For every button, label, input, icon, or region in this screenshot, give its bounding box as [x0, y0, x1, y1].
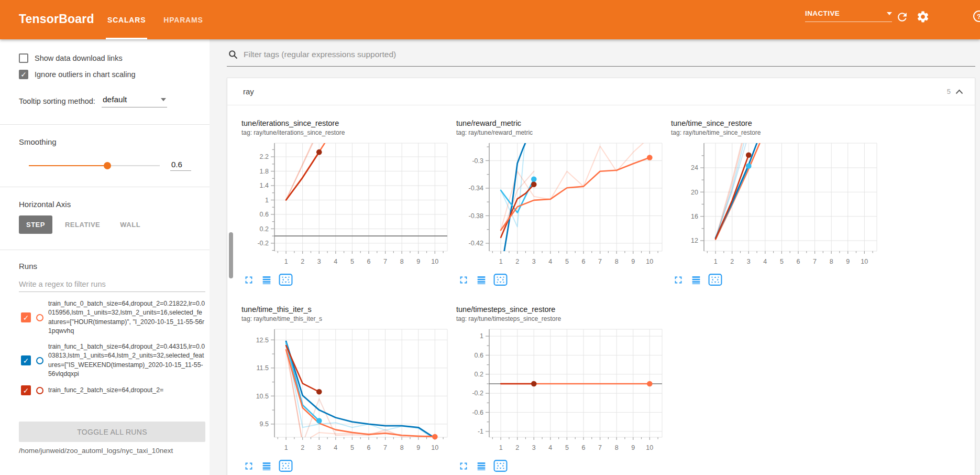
- fullscreen-icon[interactable]: [243, 460, 255, 472]
- run-list-item[interactable]: ✓train_func_2_batch_size=64,dropout_2=: [19, 385, 210, 395]
- fullscreen-icon[interactable]: [243, 274, 255, 286]
- axis-button-step[interactable]: STEP: [19, 215, 52, 234]
- slider-fill: [29, 165, 107, 166]
- chart-card: tune/time_this_iter_stag: ray/tune/time_…: [240, 305, 449, 472]
- svg-text:9: 9: [416, 444, 420, 451]
- gear-icon[interactable]: [916, 10, 930, 24]
- toggle-all-runs-button[interactable]: TOGGLE ALL RUNS: [19, 422, 205, 442]
- chart-title: tune/time_since_restore: [671, 119, 879, 127]
- chart-plot[interactable]: 10.60.2-0.2-0.6-112345678910: [455, 326, 664, 458]
- tab-hparams[interactable]: HPARAMS: [155, 0, 212, 39]
- chart-tag: tag: ray/tune/reward_metric: [456, 129, 664, 136]
- horizontal-bars-icon[interactable]: [476, 460, 487, 472]
- run-radio[interactable]: [36, 357, 43, 364]
- fullscreen-icon[interactable]: [673, 274, 684, 286]
- run-checkbox[interactable]: ✓: [21, 312, 31, 322]
- svg-text:-1: -1: [478, 428, 483, 435]
- chart-plot[interactable]: 12.511.510.59.512345678910: [240, 326, 449, 458]
- help-icon[interactable]: ?: [973, 10, 980, 22]
- refresh-icon[interactable]: [896, 10, 909, 24]
- status-label: INACTIVE: [805, 9, 840, 17]
- chart-plot[interactable]: -0.3-0.34-0.38-0.4212345678910: [455, 140, 664, 272]
- chart-toolbar: [673, 273, 879, 286]
- svg-text:4: 4: [763, 258, 767, 265]
- svg-text:7: 7: [598, 258, 602, 265]
- log-directory-path: /home/junweid/zoo_automl_logs/nyc_taxi_1…: [19, 446, 179, 456]
- checkbox-ignore-outliers[interactable]: ✓ Ignore outliers in chart scaling: [19, 70, 210, 79]
- svg-text:-0.2: -0.2: [257, 240, 269, 247]
- run-list-item[interactable]: ✓train_func_0_batch_size=64,dropout_2=0.…: [19, 299, 210, 336]
- caret-down-icon: [887, 12, 892, 15]
- tag-group-title: ray: [243, 87, 254, 96]
- runs-filter-input[interactable]: [19, 278, 205, 292]
- horizontal-axis-label: Horizontal Axis: [19, 200, 210, 209]
- chart-plot[interactable]: 2420161212345678910: [669, 140, 879, 272]
- chart-toolbar: [243, 459, 449, 472]
- scrollbar-thumb[interactable]: [229, 232, 233, 278]
- tab-bar: SCALARS HPARAMS: [98, 0, 212, 39]
- svg-text:9: 9: [846, 258, 850, 265]
- search-icon: [228, 49, 238, 60]
- run-radio[interactable]: [36, 387, 43, 394]
- checkbox-icon[interactable]: ✓: [19, 53, 28, 63]
- runs-label: Runs: [19, 262, 210, 271]
- fit-domain-icon[interactable]: [279, 273, 293, 286]
- slider-thumb[interactable]: [104, 162, 111, 169]
- horizontal-bars-icon[interactable]: [261, 460, 272, 472]
- run-radio[interactable]: [36, 314, 43, 321]
- checkbox-icon[interactable]: ✓: [19, 70, 28, 79]
- chart-plot[interactable]: 2.21.81.410.60.2-0.212345678910: [240, 140, 449, 272]
- svg-text:4: 4: [334, 444, 337, 451]
- svg-text:4: 4: [548, 444, 552, 451]
- horizontal-bars-icon[interactable]: [476, 274, 487, 286]
- horizontal-bars-icon[interactable]: [261, 274, 272, 286]
- smoothing-slider[interactable]: [29, 165, 160, 166]
- svg-text:0.2: 0.2: [475, 371, 483, 378]
- caret-down-icon: [161, 98, 166, 101]
- chevron-up-icon[interactable]: [955, 89, 963, 94]
- fullscreen-icon[interactable]: [458, 460, 469, 472]
- tag-group-header[interactable]: ray 5: [227, 78, 975, 105]
- app-header: TensorBoard SCALARS HPARAMS INACTIVE ?: [0, 0, 980, 39]
- fit-domain-icon[interactable]: [708, 273, 722, 286]
- axis-button-wall[interactable]: WALL: [113, 215, 148, 234]
- svg-text:1: 1: [265, 197, 269, 204]
- svg-text:10: 10: [861, 258, 868, 265]
- smoothing-label: Smoothing: [19, 137, 210, 146]
- tab-scalars[interactable]: SCALARS: [98, 0, 155, 39]
- svg-text:2: 2: [301, 258, 304, 265]
- checkbox-show-download-links[interactable]: ✓ Show data download links: [19, 53, 210, 63]
- horizontal-bars-icon[interactable]: [690, 274, 702, 286]
- svg-text:1: 1: [499, 444, 503, 451]
- svg-text:3: 3: [747, 258, 751, 265]
- run-list-item[interactable]: ✓train_func_1_batch_size=64,dropout_2=0.…: [19, 342, 210, 379]
- svg-text:5: 5: [350, 444, 354, 451]
- svg-text:8: 8: [615, 444, 619, 451]
- fit-domain-icon[interactable]: [493, 273, 508, 286]
- smoothing-value[interactable]: 0.6: [170, 160, 191, 171]
- chart-tag: tag: ray/tune/timesteps_since_restore: [456, 315, 664, 322]
- chart-tag: tag: ray/tune/time_since_restore: [671, 129, 879, 136]
- tag-filter-input[interactable]: [244, 47, 973, 62]
- fit-domain-icon[interactable]: [279, 459, 293, 472]
- chart-toolbar: [458, 273, 664, 286]
- svg-text:5: 5: [565, 258, 569, 265]
- svg-text:4: 4: [548, 258, 552, 265]
- axis-button-relative[interactable]: RELATIVE: [58, 215, 107, 234]
- tooltip-sorting-select[interactable]: default: [102, 95, 167, 107]
- chart-title: tune/iterations_since_restore: [241, 119, 449, 127]
- svg-text:7: 7: [383, 258, 387, 265]
- run-list: ✓train_func_0_batch_size=64,dropout_2=0.…: [19, 299, 210, 395]
- fit-domain-icon[interactable]: [493, 459, 508, 472]
- svg-text:3: 3: [317, 444, 321, 451]
- svg-text:-0.6: -0.6: [472, 409, 483, 416]
- svg-text:-0.3: -0.3: [472, 157, 483, 165]
- run-checkbox[interactable]: ✓: [21, 355, 31, 365]
- fullscreen-icon[interactable]: [458, 274, 469, 286]
- svg-text:3: 3: [317, 258, 321, 265]
- tag-group-card: ray 5 tune/iterations_since_restoretag: …: [227, 78, 975, 475]
- status-dropdown[interactable]: INACTIVE: [805, 9, 892, 22]
- svg-text:2: 2: [730, 258, 734, 265]
- tag-filter: [227, 45, 975, 67]
- run-checkbox[interactable]: ✓: [21, 385, 31, 395]
